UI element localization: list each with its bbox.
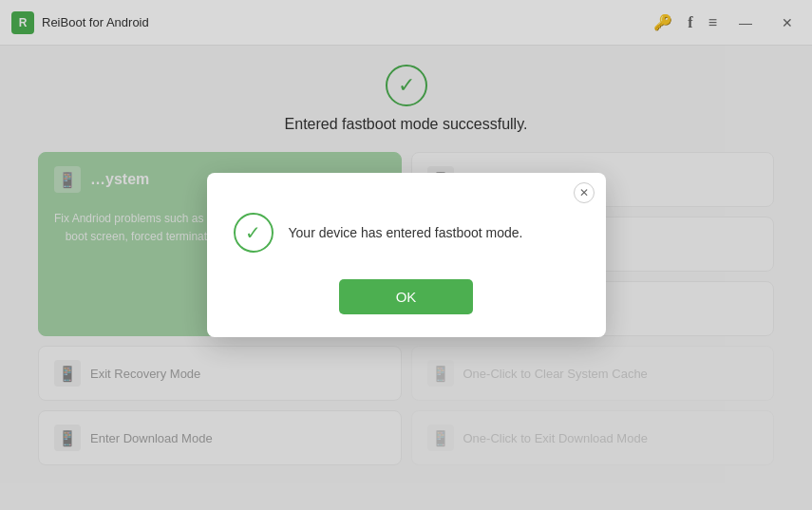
modal-overlay: ✕ ✓ Your device has entered fastboot mod… [0,0,812,510]
modal-footer: OK [207,279,606,337]
modal-header: ✕ [207,173,606,203]
fastboot-modal: ✕ ✓ Your device has entered fastboot mod… [207,173,606,337]
modal-message: Your device has entered fastboot mode. [289,225,523,240]
modal-close-button[interactable]: ✕ [574,182,595,203]
modal-check-icon: ✓ [234,213,274,253]
modal-body: ✓ Your device has entered fastboot mode. [207,203,606,279]
ok-button[interactable]: OK [339,279,474,314]
